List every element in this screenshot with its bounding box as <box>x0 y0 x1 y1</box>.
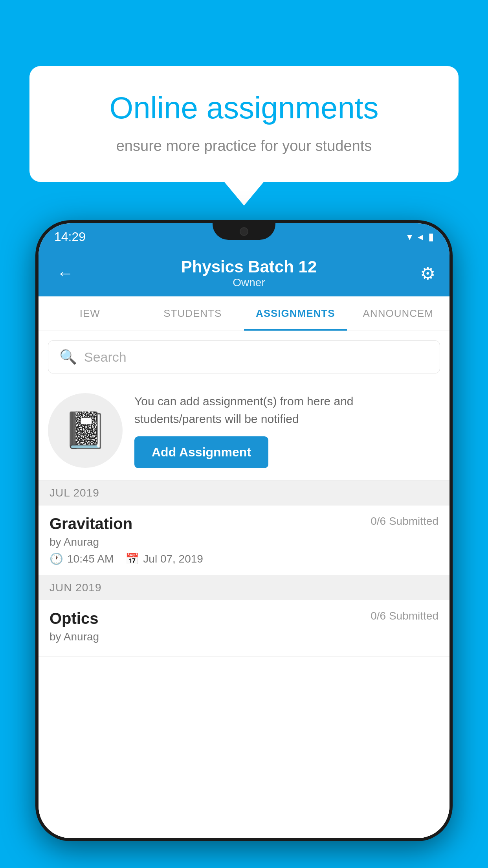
signal-icon: ◂ <box>418 231 423 243</box>
speech-bubble-title: Online assignments <box>61 90 427 127</box>
search-icon: 🔍 <box>59 349 77 365</box>
promo-icon-circle: 📓 <box>48 393 123 468</box>
tab-announcements[interactable]: ANNOUNCEM <box>347 296 450 331</box>
promo-description: You can add assignment(s) from here and … <box>134 392 440 428</box>
app-header: ← Physics Batch 12 Owner ⚙ <box>39 250 449 296</box>
assignment-by: by Anurag <box>50 536 438 548</box>
speech-bubble-container: Online assignments ensure more practice … <box>29 66 459 206</box>
notebook-icon: 📓 <box>63 410 107 451</box>
speech-bubble: Online assignments ensure more practice … <box>29 66 459 182</box>
phone-screen: 14:29 ▾ ◂ ▮ ← Physics Batch 12 Owner ⚙ <box>39 223 449 838</box>
camera-icon <box>240 227 248 236</box>
promo-text-area: You can add assignment(s) from here and … <box>134 392 440 468</box>
assignment-submitted: 0/6 Submitted <box>371 515 438 528</box>
assignment-name-optics: Optics <box>50 610 98 627</box>
assignment-by-optics: by Anurag <box>50 631 438 643</box>
status-icons: ▾ ◂ ▮ <box>407 231 434 243</box>
batch-title: Physics Batch 12 <box>181 257 317 276</box>
search-placeholder: Search <box>84 349 127 365</box>
section-header-jun: JUN 2019 <box>39 575 449 600</box>
status-time: 14:29 <box>54 230 86 244</box>
phone-notch <box>213 223 275 240</box>
assignment-item-optics[interactable]: Optics 0/6 Submitted by Anurag <box>39 600 449 657</box>
add-assignment-button[interactable]: Add Assignment <box>134 436 268 468</box>
settings-button[interactable]: ⚙ <box>420 263 435 283</box>
content-area: 🔍 Search 📓 You can add assignment(s) fro… <box>39 331 449 838</box>
speech-bubble-subtitle: ensure more practice for your students <box>61 138 427 154</box>
batch-owner-label: Owner <box>181 276 317 289</box>
assignment-top: Gravitation 0/6 Submitted <box>50 515 438 533</box>
assignment-submitted-optics: 0/6 Submitted <box>371 610 438 622</box>
assignment-item-gravitation[interactable]: Gravitation 0/6 Submitted by Anurag 🕐 10… <box>39 506 449 575</box>
wifi-icon: ▾ <box>407 231 412 243</box>
battery-icon: ▮ <box>428 231 434 243</box>
tab-students[interactable]: STUDENTS <box>141 296 244 331</box>
section-header-jul: JUL 2019 <box>39 480 449 506</box>
phone-device: 14:29 ▾ ◂ ▮ ← Physics Batch 12 Owner ⚙ <box>35 220 453 841</box>
calendar-icon: 📅 <box>125 552 139 565</box>
assignment-top-optics: Optics 0/6 Submitted <box>50 610 438 627</box>
clock-icon: 🕐 <box>50 552 63 565</box>
speech-bubble-pointer <box>224 182 264 206</box>
assignment-time: 🕐 10:45 AM <box>50 552 114 565</box>
status-bar: 14:29 ▾ ◂ ▮ <box>39 223 449 250</box>
back-button[interactable]: ← <box>53 259 78 287</box>
tabs-bar: IEW STUDENTS ASSIGNMENTS ANNOUNCEM <box>39 296 449 331</box>
assignment-meta: 🕐 10:45 AM 📅 Jul 07, 2019 <box>50 552 438 565</box>
tab-assignments[interactable]: ASSIGNMENTS <box>244 296 347 331</box>
assignment-name: Gravitation <box>50 515 132 533</box>
header-center: Physics Batch 12 Owner <box>181 257 317 289</box>
search-bar[interactable]: 🔍 Search <box>48 340 440 373</box>
phone-container: 14:29 ▾ ◂ ▮ ← Physics Batch 12 Owner ⚙ <box>35 220 453 868</box>
promo-block: 📓 You can add assignment(s) from here an… <box>39 383 449 480</box>
tab-iew[interactable]: IEW <box>39 296 141 331</box>
assignment-date: 📅 Jul 07, 2019 <box>125 552 203 565</box>
